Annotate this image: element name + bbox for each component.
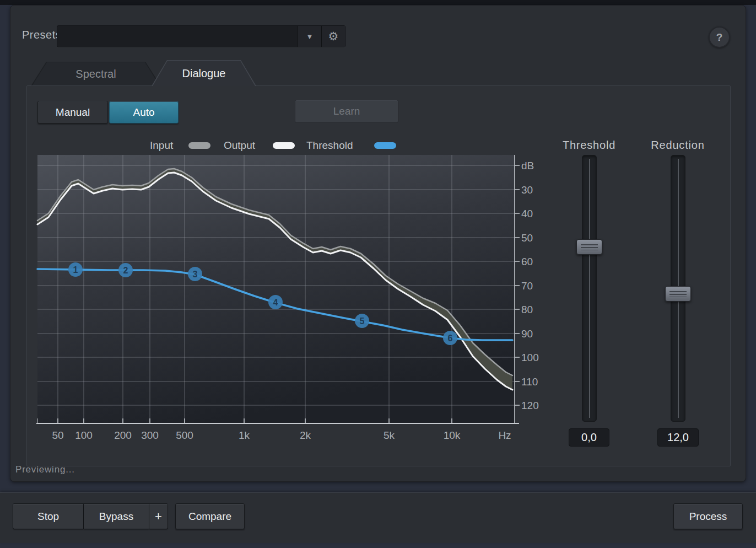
threshold-slider-label: Threshold [545, 139, 633, 152]
chevron-down-icon: ▼ [306, 33, 314, 41]
transport-button-group: Stop Bypass + [13, 503, 168, 529]
bypass-button[interactable]: Bypass [84, 504, 149, 529]
legend-threshold-label: Threshold [306, 139, 353, 152]
learn-button[interactable]: Learn [295, 100, 398, 123]
gear-icon: ⚙ [328, 30, 339, 43]
threshold-node-1[interactable] [68, 262, 83, 277]
threshold-node-3[interactable] [188, 267, 202, 281]
threshold-slider-track[interactable] [582, 155, 597, 422]
presets-label: Presets [22, 29, 61, 41]
bypass-plus-button[interactable]: + [149, 504, 168, 529]
reduction-slider-handle[interactable] [665, 286, 691, 302]
reduction-slider-label: Reduction [634, 139, 722, 152]
legend-input-swatch [188, 142, 210, 149]
threshold-slider-handle[interactable] [576, 239, 602, 255]
tab-dialogue[interactable]: Dialogue [152, 60, 256, 86]
manual-mode-button[interactable]: Manual [37, 101, 108, 123]
status-text: Previewing... [15, 464, 75, 475]
question-mark-icon: ? [716, 31, 723, 44]
preset-widget: ▼ ⚙ [57, 25, 345, 47]
process-button[interactable]: Process [673, 503, 743, 529]
legend-threshold-swatch [374, 142, 396, 149]
compare-button[interactable]: Compare [175, 503, 245, 529]
threshold-node-4[interactable] [268, 295, 283, 309]
threshold-node-5[interactable] [355, 314, 369, 328]
reduction-value[interactable]: 12,0 [657, 428, 699, 447]
window-top-edge [0, 0, 756, 5]
help-button[interactable]: ? [709, 26, 730, 48]
auto-mode-button[interactable]: Auto [109, 101, 179, 123]
legend-output-label: Output [224, 139, 255, 152]
preset-gear-button[interactable]: ⚙ [322, 26, 345, 47]
preset-input[interactable] [57, 26, 298, 47]
threshold-value[interactable]: 0,0 [569, 428, 609, 447]
tab-spectral[interactable]: Spectral [31, 62, 161, 86]
stop-button[interactable]: Stop [13, 504, 83, 529]
legend-input-label: Input [150, 139, 173, 152]
threshold-node-6[interactable] [443, 331, 457, 345]
preset-dropdown-button[interactable]: ▼ [298, 26, 321, 47]
tab-spectral-label: Spectral [75, 68, 116, 80]
threshold-node-2[interactable] [118, 263, 133, 277]
tab-dialogue-label: Dialogue [182, 67, 226, 80]
legend-output-swatch [273, 142, 295, 149]
